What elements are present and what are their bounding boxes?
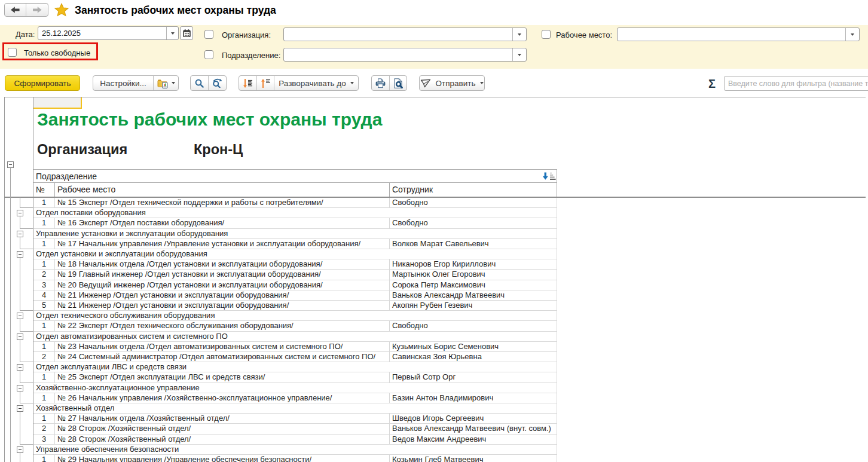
table-row[interactable]: 3№ 28 Сторож /Хозяйственный отдел/Ведов …	[33, 435, 557, 445]
report-variants-icon	[157, 78, 169, 88]
collapse-groups-button[interactable]	[239, 76, 257, 90]
cell-num: 3	[33, 435, 55, 444]
col-header-workplace: Рабочее место	[55, 183, 390, 197]
table-row[interactable]: 5№ 21 Инженер /Отдел установки и эксплуа…	[33, 301, 557, 311]
dept-checkbox[interactable]	[204, 50, 213, 59]
cell-num: 2	[33, 424, 55, 433]
table-row[interactable]: 2№ 24 Системный администратор /Отдел авт…	[33, 352, 557, 362]
collapse-group-button[interactable]	[17, 251, 23, 258]
expand-to-button[interactable]: Разворачивать до	[274, 76, 358, 90]
print-button[interactable]	[372, 76, 390, 90]
cell-workplace: № 22 Эксперт /Отдел технического обслужи…	[55, 321, 390, 331]
chevron-down-icon	[171, 32, 175, 35]
sort-icon	[542, 172, 556, 180]
group-row[interactable]: Отдел эксплуатации ЛВС и средств связи	[33, 362, 557, 372]
table-row[interactable]: 1№ 27 Начальник отдела /Хозяйственный от…	[33, 414, 557, 424]
forward-button[interactable]	[26, 4, 48, 16]
col-header-employee: Сотрудник	[390, 183, 557, 197]
chevron-down-icon	[350, 82, 354, 84]
date-dropdown-button[interactable]	[166, 27, 178, 39]
cell-num: 5	[33, 301, 55, 310]
cell-num: 3	[33, 280, 55, 290]
dept-combobox[interactable]	[283, 48, 527, 62]
table-row[interactable]: 1№ 23 Начальник отдела /Отдел автоматизи…	[33, 342, 557, 352]
group-row[interactable]: Отдел установки и эксплуатации оборудова…	[33, 249, 557, 259]
workplace-checkbox[interactable]	[542, 30, 551, 39]
table-row[interactable]: 1№ 29 Начальник управления /Управление о…	[33, 455, 557, 462]
cell-workplace: № 20 Ведущий инженер /Отдел установки и …	[55, 280, 390, 290]
collapse-group-button[interactable]	[17, 231, 23, 237]
forward-arrow-icon	[33, 7, 42, 13]
date-input[interactable]: 25.12.2025	[38, 26, 179, 40]
org-dropdown-button[interactable]	[512, 28, 526, 41]
tree-line	[20, 403, 33, 403]
table-row[interactable]: 1№ 16 Эксперт /Отдел поставки оборудован…	[33, 218, 557, 228]
collapse-group-button[interactable]	[17, 334, 23, 340]
cell-num: 2	[33, 352, 55, 362]
cell-num: 1	[33, 321, 55, 331]
org-checkbox[interactable]	[204, 30, 213, 39]
table-row[interactable]: 1№ 26 Начальник управления /Хозяйственно…	[33, 393, 557, 403]
group-row[interactable]: Отдел автоматизированных систем и систем…	[33, 332, 557, 342]
table-row[interactable]: 3№ 20 Ведущий инженер /Отдел установки и…	[33, 280, 557, 290]
group-column-header[interactable]: Подразделение	[33, 169, 557, 183]
print-preview-button[interactable]	[390, 76, 407, 90]
report-left-border	[4, 97, 5, 462]
table-row[interactable]: 1№ 15 Эксперт /Отдел технической поддерж…	[33, 198, 557, 208]
cell-employee: Никаноров Егор Кириллович	[390, 259, 557, 269]
group-row[interactable]: Управление обеспечения безопасности	[33, 445, 557, 455]
report-title: Занятость рабочих мест охраны труда	[37, 109, 382, 130]
table-row[interactable]: 1№ 18 Начальник отдела /Отдел установки …	[33, 259, 557, 270]
workplace-combobox[interactable]	[617, 27, 860, 41]
collapse-group-button[interactable]	[17, 385, 23, 391]
quick-filter-input[interactable]	[724, 76, 868, 91]
find-next-button[interactable]	[209, 76, 226, 90]
back-arrow-icon	[11, 7, 20, 13]
tree-line	[20, 340, 20, 362]
workplace-dropdown-button[interactable]	[845, 28, 859, 41]
group-row[interactable]: Отдел поставки оборудования	[33, 208, 557, 218]
dept-dropdown-button[interactable]	[512, 48, 526, 61]
table-row[interactable]: 1№ 25 Эксперт /Отдел эксплуатации ЛВС и …	[33, 372, 557, 383]
tree-line	[20, 319, 20, 331]
settings-button[interactable]: Настройки...	[93, 76, 154, 90]
selected-cell[interactable]	[33, 97, 82, 109]
send-button[interactable]: Отправить	[419, 75, 485, 91]
collapse-group-button[interactable]	[7, 161, 14, 168]
tree-line	[20, 207, 33, 208]
collapse-group-button[interactable]	[17, 405, 23, 412]
cell-employee: Волков Марат Савельевич	[390, 239, 557, 249]
table-row[interactable]: 1№ 17 Начальник управления /Управление у…	[33, 239, 557, 249]
group-row[interactable]: Хозяйственный отдел	[33, 403, 557, 414]
report-variants-button[interactable]	[154, 76, 178, 90]
back-button[interactable]	[5, 4, 26, 16]
calendar-button[interactable]	[180, 26, 193, 40]
expand-groups-button[interactable]	[257, 76, 274, 90]
cell-employee: Сорока Петр Максимович	[390, 280, 557, 290]
group-row[interactable]: Управление установки и эксплуатации обор…	[33, 229, 557, 239]
collapse-group-button[interactable]	[17, 313, 23, 319]
only-free-checkbox[interactable]	[8, 48, 17, 57]
collapse-group-button[interactable]	[17, 446, 23, 453]
cell-workplace: № 29 Начальник управления /Управление об…	[55, 455, 390, 462]
cell-num: 1	[33, 393, 55, 403]
table-row[interactable]: 2№ 19 Главный инженер /Отдел установки и…	[33, 270, 557, 280]
table-row[interactable]: 1№ 22 Эксперт /Отдел технического обслуж…	[33, 321, 557, 331]
table-row[interactable]: 4№ 21 Инженер /Отдел установки и эксплуа…	[33, 290, 557, 301]
collapse-group-button[interactable]	[17, 210, 23, 216]
group-row[interactable]: Отдел технического обслуживания оборудов…	[33, 311, 557, 321]
search-button[interactable]	[191, 76, 209, 90]
cell-employee: Шведов Игорь Сергеевич	[390, 414, 557, 423]
generate-button[interactable]: Сформировать	[5, 75, 80, 91]
tree-line	[20, 331, 33, 332]
collapse-group-button[interactable]	[17, 364, 23, 371]
cell-num: 2	[33, 270, 55, 279]
table-row[interactable]: 2№ 28 Сторож /Хозяйственный отдел/Ванько…	[33, 424, 557, 434]
cell-workplace: № 28 Сторож /Хозяйственный отдел/	[55, 435, 390, 444]
org-combobox[interactable]	[283, 27, 527, 41]
date-label: Дата:	[16, 30, 35, 39]
table-header-row[interactable]: № Рабочее место Сотрудник	[33, 183, 557, 197]
print-button-group	[371, 75, 407, 91]
favorite-star-icon[interactable]	[54, 3, 69, 17]
group-row[interactable]: Хозяйственно-эксплуатационное управление	[33, 383, 557, 393]
